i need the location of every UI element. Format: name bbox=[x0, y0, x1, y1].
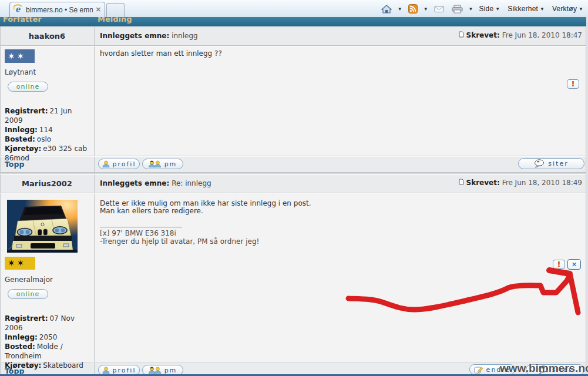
post2-posted: Skrevet: Fre Jun 18, 2010 18:49 bbox=[459, 179, 582, 187]
post2-signature: [x] 97' BMW E36 318i -Trenger du hjelp t… bbox=[100, 227, 182, 246]
quote-icon: ❞ bbox=[534, 159, 545, 168]
post1-pm-button[interactable]: pm bbox=[142, 159, 183, 169]
post2-details: Registrert:07 Nov 2006 Innlegg:2050 Bost… bbox=[5, 314, 92, 370]
browser-chrome: e bimmers.no • Se emne ... ✕ ▼ bbox=[0, 0, 588, 17]
post-page-icon bbox=[459, 31, 464, 39]
post1-message: hvordan sletter man ett innlegg ?? bbox=[100, 50, 222, 58]
home-icon bbox=[381, 5, 392, 14]
post1-online-badge[interactable]: online bbox=[8, 82, 48, 92]
command-bar: ▼ ▼ bbox=[379, 2, 585, 16]
detail-innlegg: Innlegg:2050 bbox=[5, 333, 92, 342]
post1-rank-title: Løytnant bbox=[5, 68, 36, 76]
close-tab-icon[interactable]: ✕ bbox=[96, 6, 101, 14]
rss-dropdown-icon[interactable]: ▼ bbox=[424, 6, 428, 12]
detail-bosted: Bosted:Molde / Trondheim bbox=[5, 342, 92, 361]
home-dropdown-icon[interactable]: ▼ bbox=[398, 6, 402, 12]
post2-author[interactable]: Marius2002 bbox=[0, 179, 94, 188]
rss-button[interactable] bbox=[406, 3, 419, 15]
post2-subject: Innleggets emne: Re: innlegg bbox=[100, 179, 211, 187]
post2-message-line2: Man kan ellers bare redigere. bbox=[100, 207, 203, 215]
tab-title: bimmers.no • Se emne ... bbox=[26, 6, 93, 14]
post2-avatar bbox=[7, 200, 78, 253]
post2-rank-title: Generalmajor bbox=[5, 276, 53, 284]
post1-subject: Innleggets emne: innlegg bbox=[100, 32, 198, 40]
menu-side[interactable]: Side ▼ bbox=[478, 4, 502, 14]
site-watermark: www.bimmers.no bbox=[500, 362, 588, 375]
new-tab-button[interactable] bbox=[106, 3, 125, 17]
users-icon bbox=[149, 160, 162, 167]
post1-profil-button[interactable]: profil bbox=[98, 159, 140, 169]
detail-bosted: Bosted:oslo bbox=[5, 135, 92, 144]
side-dropdown-icon: ▼ bbox=[495, 6, 500, 12]
print-icon bbox=[452, 5, 463, 14]
svg-text:e: e bbox=[15, 5, 21, 14]
post2-online-badge[interactable]: online bbox=[8, 289, 48, 299]
report-post-button[interactable]: ! bbox=[553, 260, 565, 269]
menu-verktoy[interactable]: Verktøy ▼ bbox=[550, 4, 585, 14]
delete-post-button[interactable]: ✕ bbox=[567, 259, 581, 270]
post-page-icon bbox=[459, 179, 464, 187]
menu-sikkerhet[interactable]: Sikkerhet ▼ bbox=[506, 4, 546, 14]
column-melding: Melding bbox=[98, 17, 132, 24]
post2-rank-badge: ✶✶ bbox=[5, 257, 35, 270]
post1-top-link[interactable]: Topp bbox=[5, 160, 24, 169]
read-mail-icon bbox=[434, 5, 444, 13]
user-icon bbox=[102, 160, 110, 167]
post1-rank-badge: ✶✶ bbox=[5, 49, 35, 63]
post1-siter-button[interactable]: ❞ siter bbox=[518, 158, 584, 169]
detail-registrert: Registrert:21 Jun 2009 bbox=[5, 106, 92, 125]
forum-column-header: Forfatter Melding bbox=[0, 17, 586, 26]
users-icon bbox=[149, 367, 162, 374]
post1-posted: Skrevet: Fre Jun 18, 2010 18:47 bbox=[459, 31, 582, 39]
sikkerhet-dropdown-icon: ▼ bbox=[540, 6, 545, 12]
report-post-button[interactable]: ! bbox=[567, 79, 579, 89]
print-button[interactable] bbox=[450, 4, 465, 15]
rss-icon bbox=[408, 4, 418, 14]
verktoy-dropdown-icon: ▼ bbox=[579, 6, 583, 12]
detail-innlegg: Innlegg:114 bbox=[5, 125, 92, 135]
home-button[interactable] bbox=[379, 4, 394, 15]
post1-author[interactable]: haakon6 bbox=[0, 32, 94, 41]
page: e bimmers.no • Se emne ... ✕ ▼ bbox=[0, 0, 588, 376]
read-mail-button[interactable] bbox=[432, 4, 446, 14]
edit-icon bbox=[474, 366, 483, 374]
detail-registrert: Registrert:07 Nov 2006 bbox=[5, 314, 92, 333]
ie-logo-icon: e bbox=[14, 4, 23, 15]
column-forfatter: Forfatter bbox=[3, 17, 42, 24]
user-icon bbox=[102, 367, 110, 374]
print-dropdown-icon[interactable]: ▼ bbox=[469, 6, 473, 12]
browser-tab[interactable]: e bimmers.no • Se emne ... ✕ bbox=[9, 2, 105, 17]
post1-details: Registrert:21 Jun 2009 Innlegg:114 Boste… bbox=[5, 106, 92, 163]
svg-text:❞: ❞ bbox=[537, 160, 540, 166]
